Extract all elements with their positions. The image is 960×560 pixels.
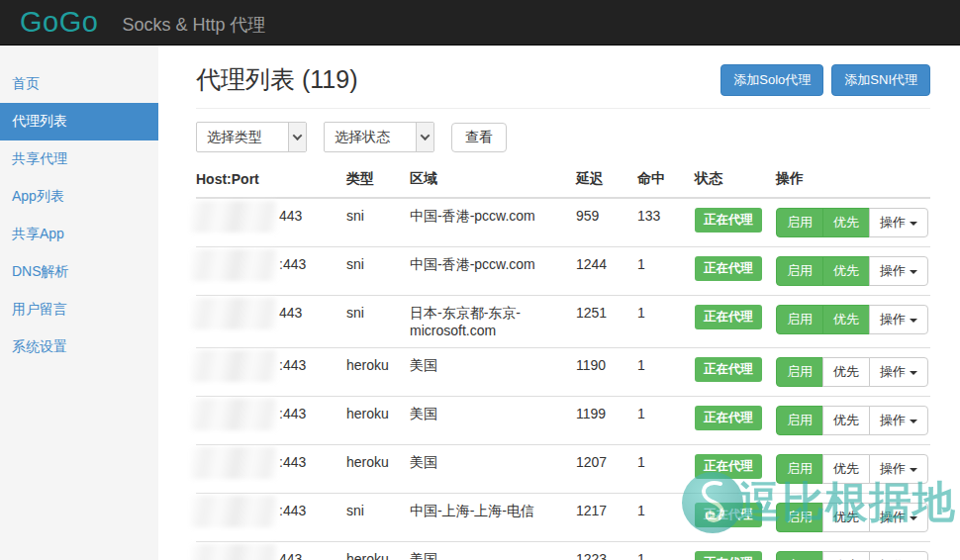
- hits-cell: 1: [637, 494, 695, 542]
- priority-button[interactable]: 优先: [822, 551, 870, 560]
- operations-dropdown-button[interactable]: 操作: [869, 503, 928, 532]
- actions-button-group: 启用优先操作: [776, 454, 928, 484]
- actions-cell: 启用优先操作: [776, 397, 930, 445]
- delay-cell: 1223: [576, 542, 637, 560]
- host-port-cell: :443: [196, 397, 346, 445]
- type-select[interactable]: 选择类型: [196, 122, 307, 152]
- enable-button[interactable]: 启用: [776, 305, 823, 334]
- priority-button[interactable]: 优先: [822, 454, 870, 484]
- sidebar-item-DNS解析[interactable]: DNS解析: [0, 253, 158, 291]
- priority-button[interactable]: 优先: [822, 305, 870, 334]
- status-select-value: 选择状态: [325, 129, 416, 146]
- operations-dropdown-button[interactable]: 操作: [869, 208, 928, 237]
- view-button[interactable]: 查看: [451, 123, 507, 152]
- add-sni-proxy-button[interactable]: 添加SNI代理: [831, 64, 930, 96]
- region-cell: 中国-香港-pccw.com: [410, 198, 576, 247]
- table-row: 443sni日本-东京都-东京-microsoft.com12511正在代理启用…: [196, 296, 930, 348]
- port-text: :443: [279, 503, 306, 518]
- sidebar-item-共享代理[interactable]: 共享代理: [0, 140, 158, 178]
- chevron-down-icon: [288, 123, 306, 151]
- enable-button[interactable]: 启用: [776, 551, 823, 560]
- enable-button[interactable]: 启用: [776, 503, 823, 532]
- censored-host: [190, 447, 277, 479]
- region-cell: 美国: [410, 542, 576, 560]
- table-row: :443sni中国-香港-pccw.com12441正在代理启用优先操作: [196, 247, 930, 296]
- enable-button[interactable]: 启用: [776, 406, 823, 435]
- caret-down-icon: [910, 270, 917, 274]
- priority-button[interactable]: 优先: [822, 256, 870, 286]
- enable-button[interactable]: 启用: [776, 357, 823, 387]
- delay-cell: 1190: [576, 348, 637, 397]
- enable-button[interactable]: 启用: [776, 454, 823, 484]
- status-select[interactable]: 选择状态: [324, 122, 434, 152]
- sidebar-item-首页[interactable]: 首页: [0, 65, 158, 103]
- caret-down-icon: [910, 516, 917, 520]
- status-badge: 正在代理: [695, 503, 762, 527]
- sidebar-item-共享App[interactable]: 共享App: [0, 216, 158, 253]
- port-text: 443: [279, 551, 302, 560]
- priority-button[interactable]: 优先: [822, 357, 870, 387]
- status-cell: 正在代理: [695, 348, 776, 397]
- hits-cell: 1: [637, 397, 695, 445]
- censored-host: [190, 544, 277, 560]
- status-badge: 正在代理: [695, 208, 762, 233]
- operations-dropdown-button[interactable]: 操作: [869, 551, 928, 560]
- sidebar-item-用户留言[interactable]: 用户留言: [0, 291, 158, 328]
- column-header: 区域: [410, 164, 576, 198]
- type-cell: sni: [346, 198, 410, 247]
- delay-cell: 1244: [576, 247, 637, 296]
- column-header: 类型: [346, 164, 410, 198]
- proxy-table: Host:Port类型区域延迟命中状态操作 443sni中国-香港-pccw.c…: [196, 164, 930, 560]
- add-solo-proxy-button[interactable]: 添加Solo代理: [720, 64, 823, 96]
- censored-host: [190, 249, 277, 281]
- status-badge: 正在代理: [695, 454, 762, 479]
- actions-button-group: 启用优先操作: [776, 357, 928, 387]
- caret-down-icon: [910, 371, 917, 375]
- table-row: :443heroku美国11991正在代理启用优先操作: [196, 397, 930, 445]
- host-port-cell: :443: [196, 247, 346, 296]
- status-badge: 正在代理: [695, 256, 762, 281]
- table-row: :443heroku美国12071正在代理启用优先操作: [196, 445, 930, 494]
- operations-dropdown-button[interactable]: 操作: [869, 357, 928, 387]
- status-cell: 正在代理: [695, 542, 776, 560]
- caret-down-icon: [910, 319, 917, 323]
- sidebar-item-App列表[interactable]: App列表: [0, 178, 158, 216]
- type-cell: sni: [346, 494, 410, 542]
- operations-dropdown-button[interactable]: 操作: [869, 406, 928, 435]
- enable-button[interactable]: 启用: [776, 208, 823, 237]
- type-cell: sni: [346, 247, 410, 296]
- table-row: :443heroku美国11901正在代理启用优先操作: [196, 348, 930, 397]
- status-cell: 正在代理: [695, 445, 776, 494]
- operations-dropdown-button[interactable]: 操作: [869, 256, 928, 286]
- status-badge: 正在代理: [695, 357, 762, 382]
- brand-logo[interactable]: GoGo: [20, 8, 98, 37]
- operations-dropdown-button[interactable]: 操作: [869, 454, 928, 484]
- sidebar-item-代理列表[interactable]: 代理列表: [0, 103, 158, 140]
- region-cell: 日本-东京都-东京-microsoft.com: [410, 296, 576, 348]
- column-header: 状态: [695, 164, 776, 198]
- column-header: 命中: [637, 164, 695, 198]
- delay-cell: 959: [576, 198, 637, 247]
- priority-button[interactable]: 优先: [822, 503, 870, 532]
- sidebar-item-系统设置[interactable]: 系统设置: [0, 328, 158, 366]
- priority-button[interactable]: 优先: [822, 406, 870, 435]
- table-row: 443heroku美国12231正在代理启用优先操作: [196, 542, 930, 560]
- enable-button[interactable]: 启用: [776, 256, 823, 286]
- hits-cell: 1: [637, 247, 695, 296]
- sidebar: 首页代理列表共享代理App列表共享AppDNS解析用户留言系统设置: [0, 46, 158, 560]
- app-header: GoGo Socks & Http 代理: [0, 0, 960, 46]
- port-text: :443: [279, 357, 306, 373]
- actions-button-group: 启用优先操作: [776, 208, 928, 237]
- actions-button-group: 启用优先操作: [776, 305, 928, 334]
- status-cell: 正在代理: [695, 247, 776, 296]
- priority-button[interactable]: 优先: [822, 208, 870, 237]
- delay-cell: 1251: [576, 296, 637, 348]
- region-cell: 美国: [410, 397, 576, 445]
- region-cell: 美国: [410, 445, 576, 494]
- status-badge: 正在代理: [695, 305, 762, 329]
- operations-dropdown-button[interactable]: 操作: [869, 305, 928, 334]
- region-cell: 美国: [410, 348, 576, 397]
- actions-cell: 启用优先操作: [776, 296, 930, 348]
- actions-button-group: 启用优先操作: [776, 503, 928, 532]
- status-badge: 正在代理: [695, 551, 762, 560]
